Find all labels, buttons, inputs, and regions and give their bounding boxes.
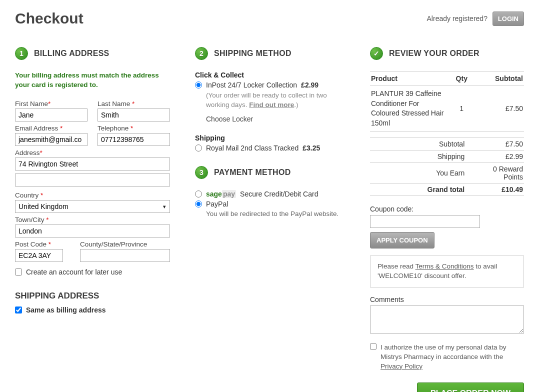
postcode-input[interactable] <box>15 249 63 262</box>
apply-coupon-button[interactable]: APPLY COUPON <box>370 232 434 248</box>
authorize-text: I authorize the use of my personal data … <box>380 343 524 372</box>
paypal-note: You will be redirected to the PayPal web… <box>206 210 345 218</box>
county-input[interactable] <box>80 249 170 262</box>
review-order-heading: REVIEW YOUR ORDER <box>389 49 480 58</box>
sagepay-logo: sagepay <box>206 190 236 198</box>
telephone-label: Telephone <box>98 124 128 132</box>
first-name-input[interactable] <box>15 108 88 122</box>
sagepay-radio[interactable] <box>195 190 202 198</box>
telephone-input[interactable] <box>98 133 170 146</box>
shipping-method-heading: SHIPPING METHOD <box>214 49 292 58</box>
last-name-label: Last Name <box>98 100 130 108</box>
comments-label: Comments <box>370 296 524 304</box>
town-input[interactable] <box>15 224 170 238</box>
grand-total-value: £10.49 <box>476 184 524 196</box>
inpost-label: InPost 24/7 Locker Collection <box>206 81 297 89</box>
col-product: Product <box>370 72 446 86</box>
item-qty: 1 <box>446 86 476 132</box>
find-out-more-link[interactable]: Find out more <box>249 101 294 108</box>
last-name-input[interactable] <box>98 108 170 122</box>
shipping-value: £2.99 <box>476 150 524 163</box>
choose-locker-link[interactable]: Choose Locker <box>206 115 345 123</box>
address1-input[interactable] <box>15 158 170 170</box>
coupon-label: Coupon code: <box>370 205 524 213</box>
step-2-badge: 2 <box>195 47 208 60</box>
page-title: Checkout <box>15 10 84 27</box>
country-label: Country <box>15 192 38 199</box>
terms-box: Please read Terms & Conditions to avail … <box>370 256 524 288</box>
login-area: Already registered? LOGIN <box>427 12 524 26</box>
shipping-address-heading: SHIPPING ADDRESS <box>15 291 170 301</box>
first-name-label: First Name <box>15 100 48 108</box>
email-input[interactable] <box>15 133 88 146</box>
col-subtotal: Subtotal <box>476 72 524 86</box>
shipping-group: Shipping <box>195 134 345 142</box>
earn-label: You Earn <box>370 163 476 184</box>
town-label: Town/City <box>15 216 44 224</box>
same-as-billing-checkbox[interactable] <box>15 306 22 314</box>
email-label: Email Address <box>15 124 58 132</box>
create-account-label: Create an account for later use <box>26 268 122 276</box>
address-label: Address <box>15 149 40 156</box>
royal-mail-label: Royal Mail 2nd Class Tracked <box>206 144 298 152</box>
county-label: County/State/Province <box>80 240 147 248</box>
paypal-label: PayPal <box>206 200 228 208</box>
already-registered-text: Already registered? <box>427 14 488 22</box>
step-1-badge: 1 <box>15 47 28 60</box>
subtotal-value: £7.50 <box>476 138 524 150</box>
earn-value: 0 Reward Points <box>476 163 524 184</box>
royal-mail-radio[interactable] <box>195 144 202 152</box>
billing-notice: Your billing address must match the addr… <box>15 71 170 90</box>
address2-input[interactable] <box>15 174 170 186</box>
step-3-badge: 3 <box>195 166 208 179</box>
sagepay-label: Secure Credit/Debit Card <box>240 190 318 198</box>
royal-mail-price: £3.25 <box>302 144 320 152</box>
place-order-button[interactable]: PLACE ORDER NOW <box>417 382 524 392</box>
col-qty: Qty <box>446 72 476 86</box>
country-select[interactable]: United Kingdom <box>15 200 170 213</box>
payment-method-heading: PAYMENT METHOD <box>214 168 291 177</box>
item-name: PLANTUR 39 Caffeine Conditioner For Colo… <box>370 86 446 132</box>
terms-link[interactable]: Terms & Conditions <box>416 262 474 270</box>
order-table: Product Qty Subtotal PLANTUR 39 Caffeine… <box>370 71 524 196</box>
authorize-checkbox[interactable] <box>370 343 376 350</box>
inpost-radio[interactable] <box>195 82 202 88</box>
grand-total-label: Grand total <box>370 184 476 196</box>
billing-address-heading: BILLING ADDRESS <box>34 49 110 58</box>
postcode-label: Post Code <box>15 240 46 248</box>
subtotal-label: Subtotal <box>370 138 476 150</box>
inpost-price: £2.99 <box>301 81 318 89</box>
shipping-label: Shipping <box>370 150 476 163</box>
inpost-note: (Your order will be ready to collect in … <box>206 91 345 110</box>
comments-textarea[interactable] <box>370 306 524 334</box>
review-check-badge <box>370 47 383 60</box>
paypal-radio[interactable] <box>195 200 202 208</box>
login-button[interactable]: LOGIN <box>492 12 524 26</box>
item-subtotal: £7.50 <box>476 86 524 132</box>
create-account-checkbox[interactable] <box>15 268 22 276</box>
same-as-billing-label: Same as billing address <box>26 306 106 314</box>
click-collect-group: Click & Collect <box>195 71 345 79</box>
privacy-policy-link[interactable]: Privacy Policy <box>380 362 422 370</box>
coupon-input[interactable] <box>370 215 480 228</box>
